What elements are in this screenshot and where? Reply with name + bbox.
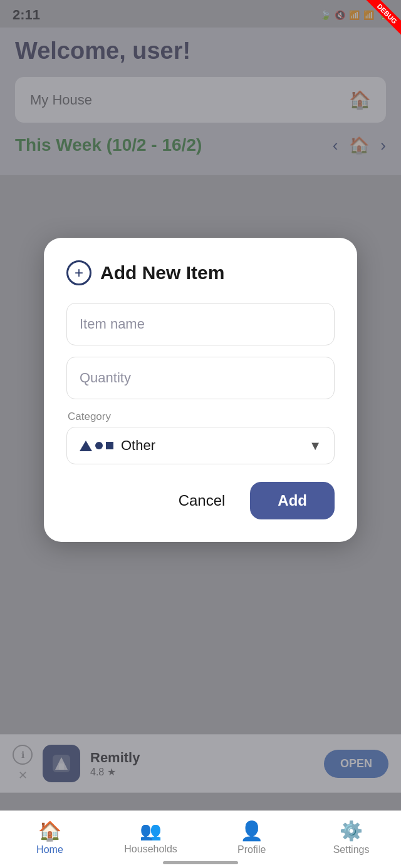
category-label: Category [68, 411, 335, 423]
item-name-input[interactable] [66, 303, 335, 345]
nav-item-profile[interactable]: 👤 Profile [227, 820, 277, 855]
add-button[interactable]: Add [250, 482, 335, 519]
modal-actions: Cancel Add [66, 482, 335, 519]
gesture-bar [163, 861, 238, 864]
bottom-navigation: 🏠 Home 👥 Households 👤 Profile ⚙️ Setting… [0, 810, 401, 868]
cancel-button[interactable]: Cancel [169, 486, 236, 516]
category-dropdown[interactable]: Other ▼ [66, 427, 335, 464]
circle-icon [95, 442, 103, 449]
category-shapes-icon [80, 441, 113, 451]
square-icon [106, 442, 113, 449]
nav-item-settings[interactable]: ⚙️ Settings [326, 820, 377, 855]
add-item-modal: + Add New Item Category Other ▼ Cancel A… [44, 238, 357, 542]
profile-nav-icon: 👤 [240, 820, 263, 842]
settings-nav-icon: ⚙️ [340, 820, 363, 842]
nav-item-households[interactable]: 👥 Households [124, 820, 177, 855]
category-value-text: Other [121, 437, 155, 454]
home-nav-icon: 🏠 [38, 820, 61, 842]
modal-title: Add New Item [100, 262, 224, 283]
triangle-icon [80, 441, 92, 451]
quantity-input[interactable] [66, 357, 335, 399]
profile-nav-label: Profile [237, 844, 266, 855]
debug-badge [363, 0, 401, 38]
category-selected-value: Other [80, 437, 155, 454]
nav-item-home[interactable]: 🏠 Home [24, 820, 75, 855]
home-nav-label: Home [36, 844, 63, 855]
households-nav-icon: 👥 [140, 820, 162, 841]
chevron-down-icon: ▼ [309, 439, 321, 453]
settings-nav-label: Settings [333, 844, 370, 855]
households-nav-label: Households [124, 844, 177, 855]
category-section: Category Other ▼ [66, 411, 335, 464]
plus-circle-icon: + [66, 260, 91, 285]
modal-header: + Add New Item [66, 260, 335, 285]
